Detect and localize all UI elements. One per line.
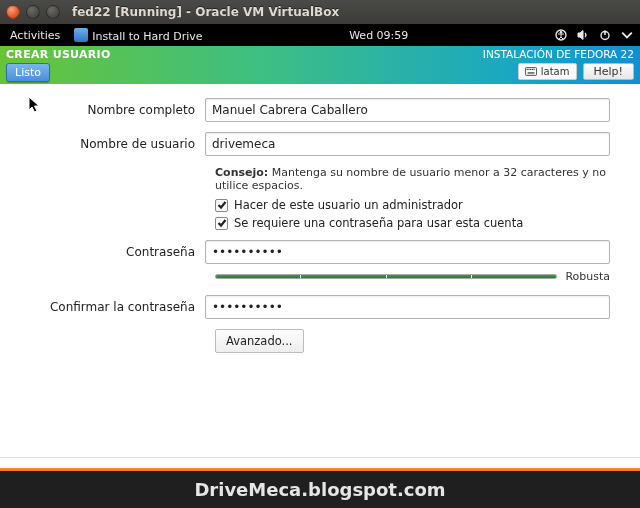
power-icon[interactable] (599, 29, 611, 41)
installer-subtitle: INSTALACIÓN DE FEDORA 22 (483, 48, 634, 60)
install-to-hard-drive-app[interactable]: Install to Hard Drive (74, 28, 202, 43)
volume-icon[interactable] (577, 29, 589, 41)
password-label: Contraseña (30, 245, 205, 259)
svg-rect-6 (528, 69, 529, 70)
keyboard-layout-label: latam (541, 66, 570, 77)
keyboard-icon (525, 67, 537, 76)
svg-rect-4 (525, 68, 536, 76)
panel-clock[interactable]: Wed 09:59 (202, 29, 555, 42)
create-user-form: Nombre completo Nombre de usuario Consej… (0, 84, 640, 457)
accessibility-icon[interactable] (555, 29, 567, 41)
password-strength-label: Robusta (565, 270, 610, 283)
username-label: Nombre de usuario (30, 137, 205, 151)
fullname-input[interactable] (205, 98, 610, 122)
svg-rect-9 (533, 69, 534, 70)
chevron-down-icon[interactable] (621, 29, 630, 41)
svg-point-1 (560, 31, 562, 33)
svg-rect-5 (527, 69, 528, 70)
watermark-text: DriveMeca.blogspot.com (0, 471, 640, 508)
admin-checkbox[interactable] (215, 199, 228, 212)
vm-window-titlebar: fed22 [Running] - Oracle VM VirtualBox (0, 0, 640, 24)
window-maximize-button[interactable] (46, 5, 60, 19)
require-password-checkbox-label: Se requiere una contraseña para usar est… (234, 216, 523, 230)
help-button[interactable]: Help! (583, 63, 635, 80)
gnome-top-panel: Activities Install to Hard Drive Wed 09:… (0, 24, 640, 46)
done-button[interactable]: Listo (6, 63, 50, 82)
window-title: fed22 [Running] - Oracle VM VirtualBox (72, 5, 339, 19)
username-tip: Consejo: Mantenga su nombre de usuario m… (215, 166, 610, 192)
window-minimize-button[interactable] (26, 5, 40, 19)
page-title: CREAR USUARIO (6, 48, 111, 61)
window-close-button[interactable] (6, 5, 20, 19)
svg-rect-7 (530, 69, 531, 70)
password-strength-meter (215, 274, 557, 279)
bottom-separator (0, 457, 640, 471)
keyboard-layout-selector[interactable]: latam (518, 63, 577, 80)
confirm-password-input[interactable] (205, 295, 610, 319)
username-input[interactable] (205, 132, 610, 156)
drive-icon (74, 28, 88, 42)
admin-checkbox-label: Hacer de este usuario un administrador (234, 198, 463, 212)
advanced-button[interactable]: Avanzado... (215, 329, 304, 353)
activities-button[interactable]: Activities (10, 29, 60, 42)
installer-header: CREAR USUARIO Listo INSTALACIÓN DE FEDOR… (0, 46, 640, 84)
confirm-password-label: Confirmar la contraseña (30, 300, 205, 314)
require-password-checkbox[interactable] (215, 217, 228, 230)
svg-rect-10 (527, 72, 534, 73)
password-input[interactable] (205, 240, 610, 264)
fullname-label: Nombre completo (30, 103, 205, 117)
svg-rect-8 (532, 69, 533, 70)
